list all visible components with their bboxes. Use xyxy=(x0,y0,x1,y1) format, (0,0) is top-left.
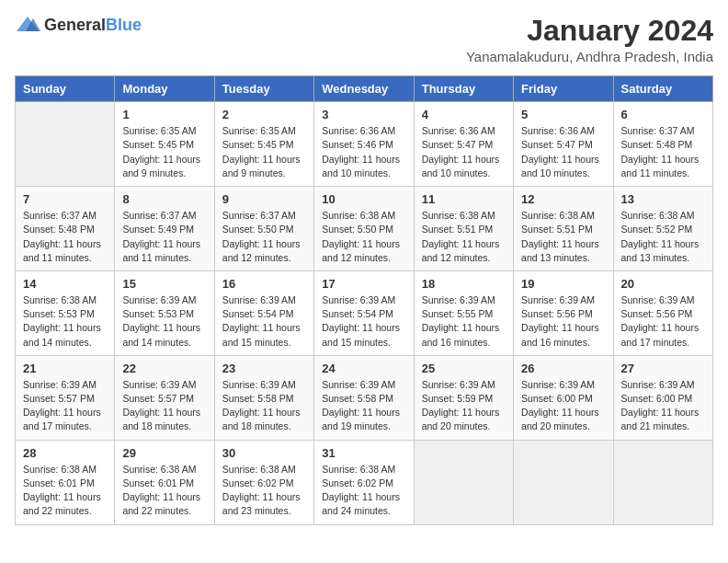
header-tuesday: Tuesday xyxy=(214,76,313,102)
table-row: 13Sunrise: 6:38 AMSunset: 5:52 PMDayligh… xyxy=(613,187,712,271)
day-info: Sunrise: 6:38 AMSunset: 5:51 PMDaylight:… xyxy=(521,209,605,265)
table-row xyxy=(414,440,513,524)
logo: GeneralBlue xyxy=(15,15,142,35)
table-row: 20Sunrise: 6:39 AMSunset: 5:56 PMDayligh… xyxy=(613,270,712,355)
day-info: Sunrise: 6:38 AMSunset: 5:50 PMDaylight:… xyxy=(322,209,405,265)
table-row: 3Sunrise: 6:36 AMSunset: 5:46 PMDaylight… xyxy=(314,102,414,187)
calendar-week-row: 21Sunrise: 6:39 AMSunset: 5:57 PMDayligh… xyxy=(16,355,713,440)
table-row: 4Sunrise: 6:36 AMSunset: 5:47 PMDaylight… xyxy=(414,102,513,187)
day-number: 17 xyxy=(322,277,405,291)
calendar-table: Sunday Monday Tuesday Wednesday Thursday… xyxy=(15,75,713,524)
day-info: Sunrise: 6:39 AMSunset: 5:55 PMDaylight:… xyxy=(422,293,506,350)
day-number: 16 xyxy=(222,277,306,291)
header-sunday: Sunday xyxy=(16,76,115,102)
logo-icon xyxy=(15,15,40,35)
table-row: 27Sunrise: 6:39 AMSunset: 6:00 PMDayligh… xyxy=(613,355,712,440)
day-info: Sunrise: 6:36 AMSunset: 5:46 PMDaylight:… xyxy=(322,124,405,180)
day-info: Sunrise: 6:37 AMSunset: 5:50 PMDaylight:… xyxy=(222,209,306,265)
table-row: 15Sunrise: 6:39 AMSunset: 5:53 PMDayligh… xyxy=(115,270,214,355)
calendar-header-row: Sunday Monday Tuesday Wednesday Thursday… xyxy=(16,76,713,102)
day-info: Sunrise: 6:37 AMSunset: 5:48 PMDaylight:… xyxy=(23,209,107,265)
day-number: 1 xyxy=(122,108,206,121)
table-row: 1Sunrise: 6:35 AMSunset: 5:45 PMDaylight… xyxy=(115,102,214,187)
day-number: 31 xyxy=(322,446,405,460)
day-info: Sunrise: 6:39 AMSunset: 5:56 PMDaylight:… xyxy=(621,293,705,350)
table-row: 7Sunrise: 6:37 AMSunset: 5:48 PMDaylight… xyxy=(16,187,115,271)
day-number: 14 xyxy=(23,277,107,291)
day-number: 13 xyxy=(621,192,705,206)
table-row: 31Sunrise: 6:38 AMSunset: 6:02 PMDayligh… xyxy=(314,440,414,524)
table-row: 29Sunrise: 6:38 AMSunset: 6:01 PMDayligh… xyxy=(115,440,214,524)
logo-general: General xyxy=(44,16,106,34)
calendar-week-row: 28Sunrise: 6:38 AMSunset: 6:01 PMDayligh… xyxy=(16,440,713,524)
day-info: Sunrise: 6:38 AMSunset: 6:02 PMDaylight:… xyxy=(222,463,306,519)
day-info: Sunrise: 6:38 AMSunset: 5:51 PMDaylight:… xyxy=(422,209,506,265)
table-row: 11Sunrise: 6:38 AMSunset: 5:51 PMDayligh… xyxy=(414,187,513,271)
table-row: 28Sunrise: 6:38 AMSunset: 6:01 PMDayligh… xyxy=(16,440,115,524)
day-number: 12 xyxy=(521,192,605,206)
table-row xyxy=(514,440,613,524)
table-row xyxy=(16,102,115,187)
header-friday: Friday xyxy=(514,76,613,102)
day-number: 3 xyxy=(322,108,405,121)
page-title: January 2024 xyxy=(466,15,713,47)
day-info: Sunrise: 6:38 AMSunset: 6:02 PMDaylight:… xyxy=(322,463,405,519)
table-row: 26Sunrise: 6:39 AMSunset: 6:00 PMDayligh… xyxy=(514,355,613,440)
day-info: Sunrise: 6:38 AMSunset: 5:53 PMDaylight:… xyxy=(23,293,107,350)
table-row: 14Sunrise: 6:38 AMSunset: 5:53 PMDayligh… xyxy=(16,270,115,355)
table-row: 18Sunrise: 6:39 AMSunset: 5:55 PMDayligh… xyxy=(414,270,513,355)
day-number: 20 xyxy=(621,277,705,291)
logo-blue: Blue xyxy=(106,16,142,34)
table-row: 16Sunrise: 6:39 AMSunset: 5:54 PMDayligh… xyxy=(214,270,313,355)
table-row xyxy=(613,440,712,524)
table-row: 25Sunrise: 6:39 AMSunset: 5:59 PMDayligh… xyxy=(414,355,513,440)
title-block: January 2024 Yanamalakuduru, Andhra Prad… xyxy=(466,15,713,64)
calendar-week-row: 1Sunrise: 6:35 AMSunset: 5:45 PMDaylight… xyxy=(16,102,713,187)
header-monday: Monday xyxy=(115,76,214,102)
day-info: Sunrise: 6:37 AMSunset: 5:48 PMDaylight:… xyxy=(621,124,705,180)
table-row: 9Sunrise: 6:37 AMSunset: 5:50 PMDaylight… xyxy=(214,187,313,271)
day-number: 25 xyxy=(422,362,506,375)
day-number: 6 xyxy=(621,108,705,121)
day-number: 26 xyxy=(521,362,605,375)
day-info: Sunrise: 6:39 AMSunset: 5:56 PMDaylight:… xyxy=(521,293,605,350)
table-row: 17Sunrise: 6:39 AMSunset: 5:54 PMDayligh… xyxy=(314,270,414,355)
day-info: Sunrise: 6:38 AMSunset: 5:52 PMDaylight:… xyxy=(621,209,705,265)
page-header: GeneralBlue January 2024 Yanamalakuduru,… xyxy=(15,15,713,64)
day-info: Sunrise: 6:39 AMSunset: 5:57 PMDaylight:… xyxy=(23,378,107,434)
day-info: Sunrise: 6:39 AMSunset: 5:53 PMDaylight:… xyxy=(122,293,206,350)
day-number: 2 xyxy=(222,108,306,121)
table-row: 21Sunrise: 6:39 AMSunset: 5:57 PMDayligh… xyxy=(16,355,115,440)
day-info: Sunrise: 6:39 AMSunset: 6:00 PMDaylight:… xyxy=(621,378,705,434)
day-info: Sunrise: 6:39 AMSunset: 5:59 PMDaylight:… xyxy=(422,378,506,434)
table-row: 19Sunrise: 6:39 AMSunset: 5:56 PMDayligh… xyxy=(514,270,613,355)
day-number: 30 xyxy=(222,446,306,460)
header-saturday: Saturday xyxy=(613,76,712,102)
day-number: 24 xyxy=(322,362,405,375)
day-info: Sunrise: 6:37 AMSunset: 5:49 PMDaylight:… xyxy=(122,209,206,265)
day-info: Sunrise: 6:39 AMSunset: 6:00 PMDaylight:… xyxy=(521,378,605,434)
table-row: 23Sunrise: 6:39 AMSunset: 5:58 PMDayligh… xyxy=(214,355,313,440)
day-number: 19 xyxy=(521,277,605,291)
day-number: 28 xyxy=(23,446,107,460)
day-info: Sunrise: 6:36 AMSunset: 5:47 PMDaylight:… xyxy=(422,124,506,180)
day-info: Sunrise: 6:38 AMSunset: 6:01 PMDaylight:… xyxy=(23,463,107,519)
day-number: 21 xyxy=(23,362,107,375)
table-row: 12Sunrise: 6:38 AMSunset: 5:51 PMDayligh… xyxy=(514,187,613,271)
day-info: Sunrise: 6:39 AMSunset: 5:57 PMDaylight:… xyxy=(122,378,206,434)
day-number: 15 xyxy=(122,277,206,291)
day-number: 4 xyxy=(422,108,506,121)
day-number: 9 xyxy=(222,192,306,206)
day-number: 7 xyxy=(23,192,107,206)
day-info: Sunrise: 6:36 AMSunset: 5:47 PMDaylight:… xyxy=(521,124,605,180)
header-wednesday: Wednesday xyxy=(314,76,414,102)
table-row: 22Sunrise: 6:39 AMSunset: 5:57 PMDayligh… xyxy=(115,355,214,440)
header-thursday: Thursday xyxy=(414,76,513,102)
day-info: Sunrise: 6:39 AMSunset: 5:58 PMDaylight:… xyxy=(322,378,405,434)
day-number: 8 xyxy=(122,192,206,206)
calendar-week-row: 7Sunrise: 6:37 AMSunset: 5:48 PMDaylight… xyxy=(16,187,713,271)
day-info: Sunrise: 6:35 AMSunset: 5:45 PMDaylight:… xyxy=(222,124,306,180)
day-number: 27 xyxy=(621,362,705,375)
day-info: Sunrise: 6:39 AMSunset: 5:54 PMDaylight:… xyxy=(222,293,306,350)
day-info: Sunrise: 6:39 AMSunset: 5:58 PMDaylight:… xyxy=(222,378,306,434)
